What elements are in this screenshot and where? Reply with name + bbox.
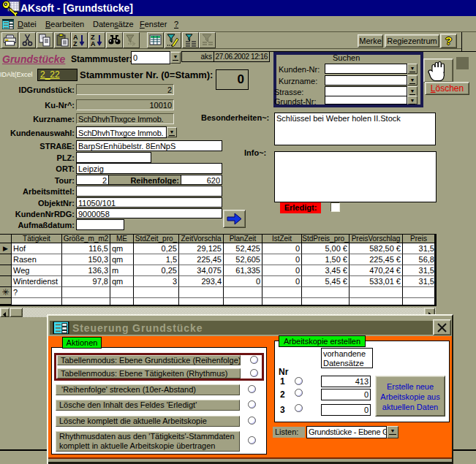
svg-text:A: A: [91, 40, 96, 47]
svg-text:Z: Z: [73, 40, 78, 47]
